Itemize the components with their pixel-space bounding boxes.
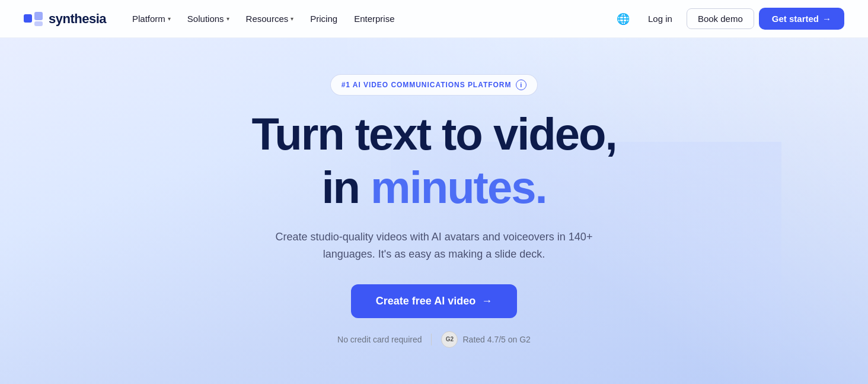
svg-rect-1 xyxy=(34,12,43,20)
svg-rect-0 xyxy=(24,14,32,23)
cta-label: Create free AI video xyxy=(376,295,476,307)
nav-solutions[interactable]: Solutions ▾ xyxy=(180,9,237,28)
arrow-icon: → xyxy=(822,14,831,24)
cta-arrow-icon: → xyxy=(481,295,492,307)
nav-right: 🌐 Log in Book demo Get started → xyxy=(612,8,844,30)
nav-enterprise[interactable]: Enterprise xyxy=(347,9,401,28)
logo-text: synthesia xyxy=(49,11,106,27)
nav-resources[interactable]: Resources ▾ xyxy=(239,9,301,28)
badge-info-icon[interactable]: i xyxy=(516,80,526,90)
logo[interactable]: synthesia xyxy=(24,11,106,27)
g2-icon: G2 xyxy=(441,331,458,348)
chevron-down-icon: ▾ xyxy=(291,15,293,22)
heading-prefix: in xyxy=(321,162,371,212)
nav-links: Platform ▾ Solutions ▾ Resources ▾ Prici… xyxy=(125,9,402,28)
nav-platform[interactable]: Platform ▾ xyxy=(125,9,178,28)
badge-container: #1 AI VIDEO COMMUNICATIONS PLATFORM i xyxy=(330,74,538,96)
synthesia-logo-icon xyxy=(24,12,43,26)
chevron-down-icon: ▾ xyxy=(168,15,171,22)
divider xyxy=(431,334,432,345)
hero-badge: #1 AI VIDEO COMMUNICATIONS PLATFORM i xyxy=(330,74,538,96)
hero-heading-line1: Turn text to video, xyxy=(251,110,616,158)
hero-section: #1 AI VIDEO COMMUNICATIONS PLATFORM i Tu… xyxy=(0,38,868,384)
language-button[interactable]: 🌐 xyxy=(612,8,634,30)
badge-text: #1 AI VIDEO COMMUNICATIONS PLATFORM xyxy=(342,81,512,89)
hero-subtext: Create studio-quality videos with AI ava… xyxy=(250,229,618,263)
login-button[interactable]: Log in xyxy=(639,9,682,28)
heading-highlight: minutes. xyxy=(371,162,547,212)
g2-badge: G2 Rated 4.7/5 on G2 xyxy=(441,331,530,348)
get-started-button[interactable]: Get started → xyxy=(759,8,844,30)
nav-pricing[interactable]: Pricing xyxy=(303,9,344,28)
hero-heading-line2: in minutes. xyxy=(321,163,546,212)
globe-icon: 🌐 xyxy=(617,12,630,26)
navbar: synthesia Platform ▾ Solutions ▾ Resourc… xyxy=(0,0,868,38)
chevron-down-icon: ▾ xyxy=(226,15,229,22)
create-video-button[interactable]: Create free AI video → xyxy=(351,284,517,318)
no-credit-card-text: No credit card required xyxy=(337,335,422,344)
svg-rect-2 xyxy=(34,21,43,26)
trust-row: No credit card required G2 Rated 4.7/5 o… xyxy=(337,331,531,348)
book-demo-button[interactable]: Book demo xyxy=(687,8,754,29)
g2-rating-text: Rated 4.7/5 on G2 xyxy=(462,335,530,344)
nav-left: synthesia Platform ▾ Solutions ▾ Resourc… xyxy=(24,9,402,28)
